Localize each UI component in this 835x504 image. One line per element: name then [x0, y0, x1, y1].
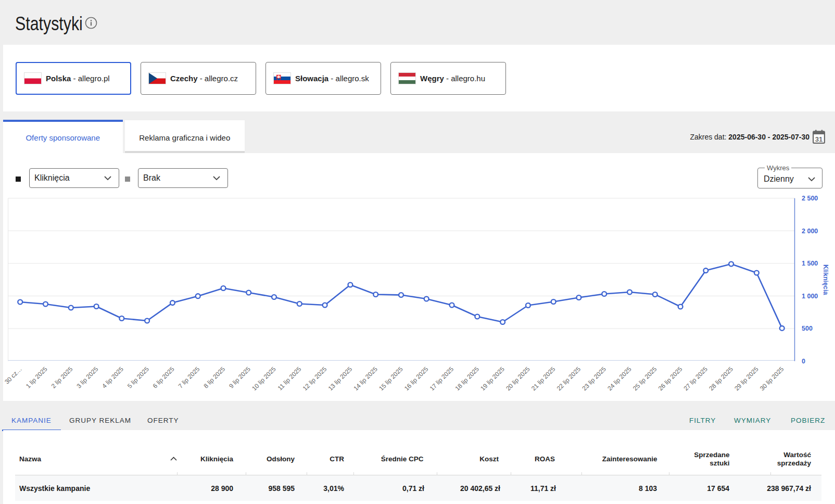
svg-text:11 lip 2025: 11 lip 2025 [276, 366, 303, 392]
svg-text:2 000: 2 000 [802, 228, 818, 235]
svg-text:1 lip 2025: 1 lip 2025 [24, 366, 49, 390]
svg-text:20 lip 2025: 20 lip 2025 [504, 366, 532, 393]
svg-text:15 lip 2025: 15 lip 2025 [377, 366, 404, 393]
svg-text:17 lip 2025: 17 lip 2025 [428, 366, 456, 393]
svg-text:2 lip 2025: 2 lip 2025 [50, 366, 74, 390]
svg-text:0: 0 [802, 358, 805, 365]
svg-text:16 lip 2025: 16 lip 2025 [403, 366, 430, 393]
svg-text:29 lip 2025: 29 lip 2025 [733, 366, 760, 393]
svg-text:2 500: 2 500 [802, 195, 818, 202]
svg-text:21 lip 2025: 21 lip 2025 [530, 366, 557, 393]
svg-text:4 lip 2025: 4 lip 2025 [100, 366, 125, 390]
svg-text:Kliknięcia: Kliknięcia [822, 264, 829, 295]
svg-text:9 lip 2025: 9 lip 2025 [227, 366, 252, 390]
svg-text:19 lip 2025: 19 lip 2025 [479, 366, 506, 393]
svg-text:3 lip 2025: 3 lip 2025 [75, 366, 100, 390]
svg-text:30 lip 2025: 30 lip 2025 [758, 366, 786, 393]
svg-text:14 lip 2025: 14 lip 2025 [352, 366, 379, 393]
svg-text:30 cz…: 30 cz… [3, 366, 23, 386]
svg-text:18 lip 2025: 18 lip 2025 [454, 366, 481, 393]
svg-text:26 lip 2025: 26 lip 2025 [657, 366, 684, 393]
svg-text:7 lip 2025: 7 lip 2025 [177, 366, 201, 390]
svg-text:500: 500 [802, 325, 813, 332]
svg-text:10 lip 2025: 10 lip 2025 [250, 366, 277, 393]
svg-text:27 lip 2025: 27 lip 2025 [682, 366, 710, 393]
svg-text:8 lip 2025: 8 lip 2025 [202, 366, 226, 390]
svg-text:6 lip 2025: 6 lip 2025 [151, 366, 176, 390]
svg-text:25 lip 2025: 25 lip 2025 [631, 366, 659, 393]
svg-text:13 lip 2025: 13 lip 2025 [327, 366, 354, 393]
svg-text:28 lip 2025: 28 lip 2025 [707, 366, 735, 393]
svg-text:22 lip 2025: 22 lip 2025 [555, 366, 583, 393]
svg-text:23 lip 2025: 23 lip 2025 [580, 366, 608, 393]
svg-text:1 000: 1 000 [802, 293, 818, 300]
svg-text:24 lip 2025: 24 lip 2025 [606, 366, 633, 393]
svg-text:12 lip 2025: 12 lip 2025 [301, 366, 328, 393]
svg-text:5 lip 2025: 5 lip 2025 [126, 366, 150, 390]
svg-text:1 500: 1 500 [802, 260, 818, 267]
svg-text:31: 31 [815, 135, 823, 143]
